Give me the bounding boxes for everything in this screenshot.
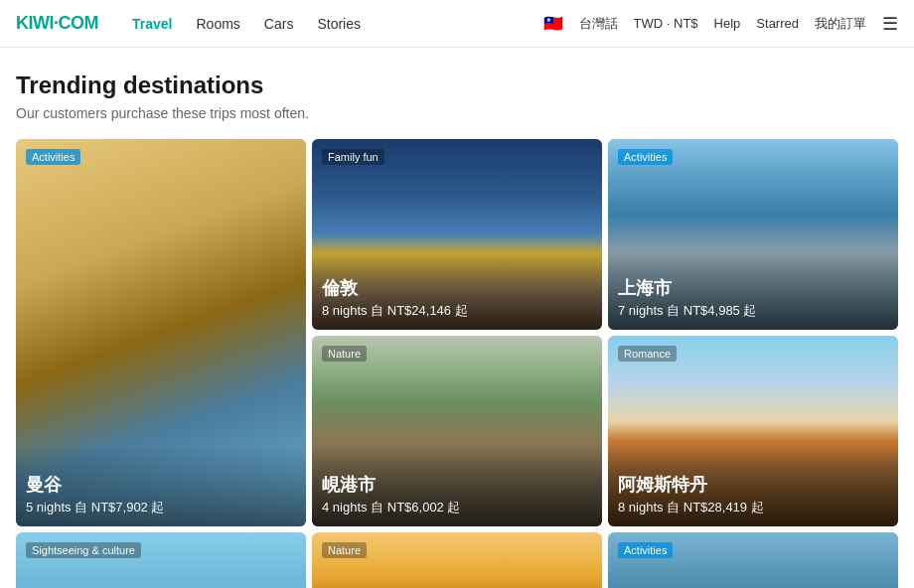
card-kaohsiung[interactable]: Nature 峴港市 4 nights 自 NT$6,002 起 (312, 336, 602, 526)
main-content: Trending destinations Our customers purc… (0, 48, 914, 588)
category-badge: Sightseeing & culture (26, 542, 141, 558)
card-shanghai[interactable]: Activities 上海市 7 nights 自 NT$4,985 起 (608, 139, 898, 330)
card-city: 曼谷 (26, 473, 296, 497)
help-link[interactable]: Help (714, 16, 741, 31)
card-info: 倫敦 8 nights 自 NT$24,146 起 (312, 248, 602, 330)
page-title: Trending destinations (16, 72, 898, 99)
category-badge: Activities (618, 149, 673, 165)
flag-icon: 🇹🇼 (543, 14, 563, 33)
card-price: 8 nights 自 NT$24,146 起 (322, 302, 592, 320)
card-city: 峴港市 (322, 473, 592, 497)
card-bangkok[interactable]: Activities 曼谷 5 nights 自 NT$7,902 起 (16, 139, 306, 526)
nav-travel[interactable]: Travel (122, 12, 182, 36)
nav-stories[interactable]: Stories (307, 12, 371, 36)
card-city: 上海市 (618, 276, 888, 300)
card-city: 阿姆斯特丹 (618, 473, 888, 497)
card-price: 8 nights 自 NT$28,419 起 (618, 499, 888, 516)
category-badge: Activities (618, 542, 673, 558)
card-denpasar[interactable]: Sightseeing & culture 丹帕沙 7 nights 自 NT$… (16, 532, 306, 588)
card-info: 峴港市 4 nights 自 NT$6,002 起 (312, 445, 602, 526)
orders-link[interactable]: 我的訂單 (815, 15, 866, 33)
card-city: 倫敦 (322, 276, 592, 300)
category-badge: Activities (26, 149, 80, 165)
card-amsterdam[interactable]: Romance 阿姆斯特丹 8 nights 自 NT$28,419 起 (608, 336, 898, 526)
card-price: 5 nights 自 NT$7,902 起 (26, 499, 296, 516)
header-right: 🇹🇼 台灣話 TWD · NT$ Help Starred 我的訂單 ☰ (543, 13, 898, 35)
category-badge: Nature (322, 542, 367, 558)
category-badge: Family fun (322, 149, 384, 165)
card-info: 曼谷 5 nights 自 NT$7,902 起 (16, 445, 306, 526)
destinations-grid: Activities 曼谷 5 nights 自 NT$7,902 起 Fami… (16, 139, 898, 588)
card-nairobi[interactable]: Nature 奈洛比 5 nights 自 NT$9,500 起 (312, 532, 602, 588)
card-info: 上海市 7 nights 自 NT$4,985 起 (608, 248, 898, 330)
main-nav: Travel Rooms Cars Stories (122, 12, 543, 36)
card-activities[interactable]: Activities (608, 532, 898, 588)
header: KIWI·COM Travel Rooms Cars Stories 🇹🇼 台灣… (0, 0, 914, 48)
card-info: 阿姆斯特丹 8 nights 自 NT$28,419 起 (608, 445, 898, 526)
menu-icon[interactable]: ☰ (882, 13, 898, 35)
logo-text: KIWI·COM (16, 13, 98, 34)
page-subtitle: Our customers purchase these trips most … (16, 105, 898, 121)
nav-cars[interactable]: Cars (254, 12, 304, 36)
language-selector[interactable]: 台灣話 (579, 15, 618, 33)
card-london[interactable]: Family fun 倫敦 8 nights 自 NT$24,146 起 (312, 139, 602, 330)
logo[interactable]: KIWI·COM (16, 13, 98, 34)
card-price: 4 nights 自 NT$6,002 起 (322, 499, 592, 516)
category-badge: Romance (618, 346, 677, 362)
card-price: 7 nights 自 NT$4,985 起 (618, 302, 888, 320)
currency-selector[interactable]: TWD · NT$ (634, 16, 698, 31)
category-badge: Nature (322, 346, 367, 362)
nav-rooms[interactable]: Rooms (186, 12, 249, 36)
starred-link[interactable]: Starred (756, 16, 799, 31)
